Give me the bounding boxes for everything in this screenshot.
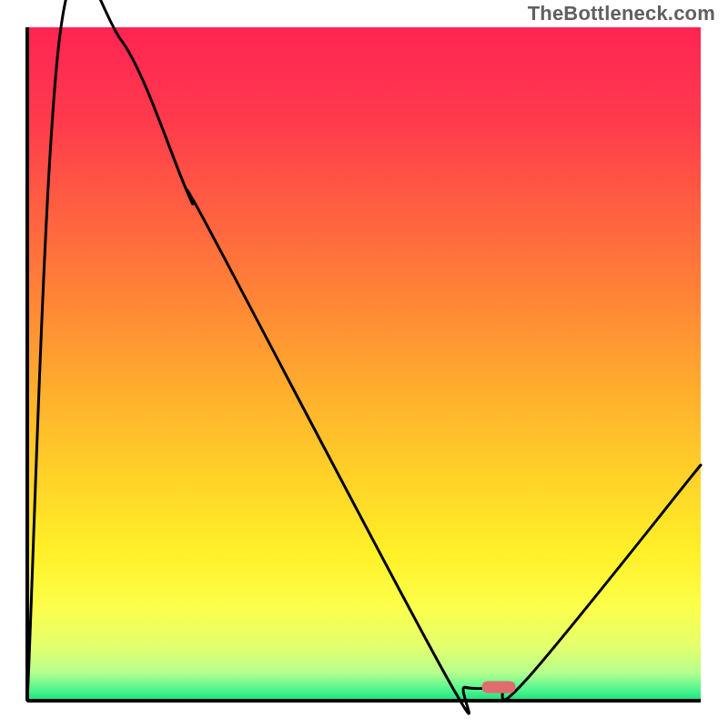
optimum-marker: [482, 682, 516, 693]
watermark-text: TheBottleneck.com: [528, 2, 715, 25]
chart-container: TheBottleneck.com: [0, 0, 728, 728]
plot-background: [27, 27, 701, 701]
bottleneck-chart: [0, 0, 728, 728]
